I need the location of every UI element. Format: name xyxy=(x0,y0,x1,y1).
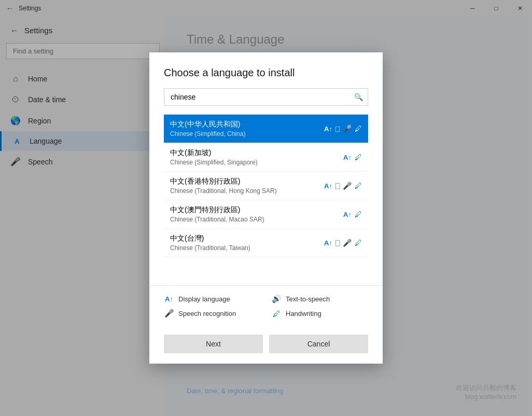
lang-name-zh-mo: 中文(澳門特別行政區) xyxy=(170,205,343,215)
legend-handwriting-label: Handwriting xyxy=(286,310,321,317)
legend-handwriting: 🖊 Handwriting xyxy=(271,309,368,318)
dialog-body: Choose a language to install 🔍 中文(中华人民共和… xyxy=(149,52,383,285)
legend-display-icon: A↑ xyxy=(164,295,174,303)
speech-cap-icon-tw: 🎤 xyxy=(343,239,352,247)
lang-info-zh-sg: 中文(新加坡) Chinese (Simplified, Singapore) xyxy=(170,148,343,166)
display-cap-icon-tw: A↑ xyxy=(324,239,332,247)
legend-display-label: Display language xyxy=(178,295,230,303)
lang-info-zh-mo: 中文(澳門特別行政區) Chinese (Traditional, Macao … xyxy=(170,205,343,223)
lang-sub-zh-hk: Chinese (Traditional, Hong Kong SAR) xyxy=(170,187,324,195)
display-cap-icon-hk: A↑ xyxy=(324,182,332,190)
next-button[interactable]: Next xyxy=(164,335,263,353)
legend-handwriting-icon: 🖊 xyxy=(271,309,282,318)
dialog-legend: A↑ Display language 🔊 Text-to-speech 🎤 S… xyxy=(149,285,383,326)
keyboard-cap-icon: ⎕ xyxy=(335,125,340,133)
lang-sub-zh-tw: Chinese (Traditional, Taiwan) xyxy=(170,244,324,252)
lang-info-zh-hk: 中文(香港特別行政區) Chinese (Traditional, Hong K… xyxy=(170,177,324,195)
dialog-search-input[interactable] xyxy=(164,88,368,106)
lang-name-zh-tw: 中文(台灣) xyxy=(170,234,324,243)
lang-sub-zh-mo: Chinese (Traditional, Macao SAR) xyxy=(170,216,343,223)
speech-cap-icon: 🎤 xyxy=(343,124,352,133)
lang-info-zh-cn: 中文(中华人民共和国) Chinese (Simplified, China) xyxy=(170,120,324,137)
lang-caps-zh-cn: A↑ ⎕ 🎤 🖊 xyxy=(324,124,362,133)
lang-name-zh-cn: 中文(中华人民共和国) xyxy=(170,120,324,129)
legend-speech-label: Speech recognition xyxy=(178,310,236,317)
display-cap-icon-sg: A↑ xyxy=(343,154,352,161)
speech-cap-icon-hk: 🎤 xyxy=(343,182,352,190)
lang-item-zh-hk[interactable]: 中文(香港特別行政區) Chinese (Traditional, Hong K… xyxy=(164,172,368,200)
lang-item-zh-mo[interactable]: 中文(澳門特別行政區) Chinese (Traditional, Macao … xyxy=(164,200,368,229)
display-cap-icon-mo: A↑ xyxy=(343,211,352,218)
handwriting-cap-icon: 🖊 xyxy=(355,124,362,133)
legend-tts-label: Text-to-speech xyxy=(286,295,330,303)
lang-caps-zh-tw: A↑ ⎕ 🎤 🖊 xyxy=(324,239,362,247)
lang-item-zh-tw[interactable]: 中文(台灣) Chinese (Traditional, Taiwan) A↑ … xyxy=(164,229,368,257)
lang-caps-zh-mo: A↑ 🖊 xyxy=(343,210,362,218)
display-cap-icon: A↑ xyxy=(324,125,332,133)
handwriting-cap-icon-sg: 🖊 xyxy=(355,153,362,161)
dialog-title: Choose a language to install xyxy=(164,67,368,79)
lang-item-zh-cn[interactable]: 中文(中华人民共和国) Chinese (Simplified, China) … xyxy=(164,115,368,143)
cancel-button[interactable]: Cancel xyxy=(269,335,368,353)
language-list: 中文(中华人民共和国) Chinese (Simplified, China) … xyxy=(164,114,368,257)
lang-sub-zh-sg: Chinese (Simplified, Singapore) xyxy=(170,159,343,166)
keyboard-cap-icon-tw: ⎕ xyxy=(335,239,340,247)
legend-tts: 🔊 Text-to-speech xyxy=(271,294,368,303)
handwriting-cap-icon-hk: 🖊 xyxy=(355,182,362,190)
lang-info-zh-tw: 中文(台灣) Chinese (Traditional, Taiwan) xyxy=(170,234,324,252)
lang-item-zh-sg[interactable]: 中文(新加坡) Chinese (Simplified, Singapore) … xyxy=(164,143,368,172)
legend-display: A↑ Display language xyxy=(164,294,261,303)
dialog-overlay: Choose a language to install 🔍 中文(中华人民共和… xyxy=(0,0,532,416)
lang-caps-zh-hk: A↑ ⎕ 🎤 🖊 xyxy=(324,182,362,190)
lang-caps-zh-sg: A↑ 🖊 xyxy=(343,153,362,161)
handwriting-cap-icon-tw: 🖊 xyxy=(355,239,362,247)
legend-speech-icon: 🎤 xyxy=(164,309,174,318)
lang-name-zh-hk: 中文(香港特別行政區) xyxy=(170,177,324,186)
dialog-search-container: 🔍 xyxy=(164,88,368,106)
lang-sub-zh-cn: Chinese (Simplified, China) xyxy=(170,130,324,137)
language-install-dialog: Choose a language to install 🔍 中文(中华人民共和… xyxy=(149,52,383,364)
search-icon: 🔍 xyxy=(354,93,363,101)
dialog-actions: Next Cancel xyxy=(149,326,383,364)
legend-speech: 🎤 Speech recognition xyxy=(164,309,261,318)
handwriting-cap-icon-mo: 🖊 xyxy=(355,210,362,218)
legend-tts-icon: 🔊 xyxy=(271,294,282,303)
keyboard-cap-icon-hk: ⎕ xyxy=(335,182,340,190)
lang-name-zh-sg: 中文(新加坡) xyxy=(170,148,343,158)
